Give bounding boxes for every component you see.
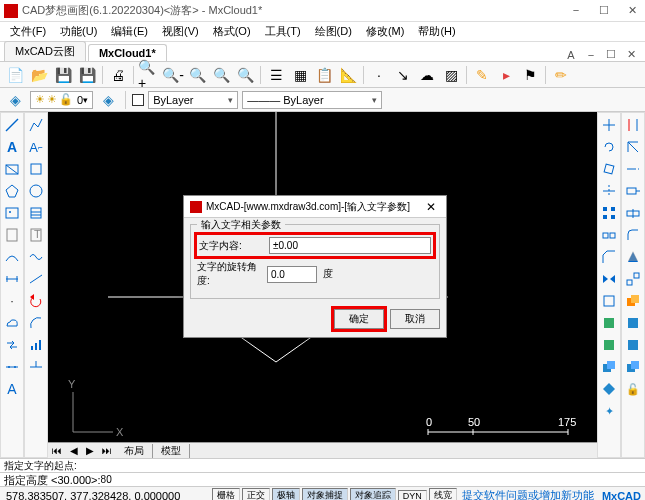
text-content-input[interactable]	[269, 237, 431, 254]
menu-tools[interactable]: 工具(T)	[259, 22, 307, 41]
stretch-icon[interactable]	[623, 181, 643, 201]
chart-icon[interactable]	[26, 335, 46, 355]
minimize-button[interactable]: −	[567, 4, 585, 17]
flag-icon[interactable]: ⚑	[519, 64, 541, 86]
layer-dropdown[interactable]: ☀☀ 🔓 0 ▾	[30, 91, 93, 109]
rotation-input[interactable]	[267, 266, 317, 283]
image-icon[interactable]	[2, 203, 22, 223]
zoom-extents-icon[interactable]: 🔍	[210, 64, 232, 86]
point-tool-icon[interactable]: ·	[2, 291, 22, 311]
chamfer-icon[interactable]	[599, 247, 619, 267]
pencil-icon[interactable]: ✏	[550, 64, 572, 86]
tab-next-icon[interactable]: ▶	[82, 445, 98, 456]
diamond-icon[interactable]	[599, 379, 619, 399]
point-icon[interactable]: ·	[368, 64, 390, 86]
divide-icon[interactable]	[2, 357, 22, 377]
extend-icon[interactable]	[26, 357, 46, 377]
hatch-icon[interactable]: ▨	[440, 64, 462, 86]
move-icon[interactable]	[599, 115, 619, 135]
otrack-toggle[interactable]: 对象追踪	[350, 488, 396, 500]
feedback-link[interactable]: 提交软件问题或增加新功能	[458, 488, 598, 500]
rect-icon[interactable]	[2, 159, 22, 179]
hatch-tool-icon[interactable]	[26, 203, 46, 223]
breakpt-icon[interactable]	[623, 203, 643, 223]
dim-aligned-icon[interactable]	[26, 269, 46, 289]
menu-help[interactable]: 帮助(H)	[412, 22, 461, 41]
dim-linear-icon[interactable]	[2, 269, 22, 289]
rotate-icon[interactable]	[599, 137, 619, 157]
save-all-icon[interactable]: 💾	[76, 64, 98, 86]
arc-icon[interactable]	[26, 313, 46, 333]
close-button[interactable]: ✕	[623, 4, 641, 17]
circle-icon[interactable]	[26, 181, 46, 201]
open-icon[interactable]: 📂	[28, 64, 50, 86]
align-icon[interactable]	[599, 291, 619, 311]
dialog-titlebar[interactable]: MxCAD-[www.mxdraw3d.com]-[输入文字参数] ✕	[184, 196, 446, 218]
text-note-icon[interactable]: T	[26, 225, 46, 245]
tab-first-icon[interactable]: ⏮	[48, 445, 66, 456]
break-icon[interactable]	[599, 225, 619, 245]
tab-prev-icon[interactable]: ◀	[66, 445, 82, 456]
layer-manager-icon[interactable]: ◈	[4, 89, 26, 111]
tab-last-icon[interactable]: ⏭	[98, 445, 116, 456]
measure-icon[interactable]: 📐	[337, 64, 359, 86]
stamp2-icon[interactable]	[599, 335, 619, 355]
ok-button[interactable]: 确定	[334, 309, 384, 329]
text-icon[interactable]: A	[2, 379, 22, 399]
swap-icon[interactable]	[2, 335, 22, 355]
star-icon[interactable]: ✦	[599, 401, 619, 421]
sheet-icon[interactable]: 📋	[313, 64, 335, 86]
text-tool-icon[interactable]: A	[561, 49, 581, 61]
cancel-button[interactable]: 取消	[390, 309, 440, 329]
save-icon[interactable]: 💾	[52, 64, 74, 86]
menu-view[interactable]: 视图(V)	[156, 22, 205, 41]
dyn-toggle[interactable]: DYN	[398, 490, 427, 501]
zoom-window-icon[interactable]: 🔍	[186, 64, 208, 86]
block2-icon[interactable]	[623, 335, 643, 355]
copy-icon[interactable]	[623, 291, 643, 311]
command-input[interactable]	[101, 473, 641, 486]
menu-edit[interactable]: 编辑(E)	[105, 22, 154, 41]
mirror-icon[interactable]	[599, 269, 619, 289]
osnap-toggle[interactable]: 对象捕捉	[302, 488, 348, 500]
min-doc-icon[interactable]: −	[581, 49, 601, 61]
lineweight-toggle[interactable]: 线宽	[429, 488, 457, 500]
layer-prev-icon[interactable]: ◈	[97, 89, 119, 111]
wave-icon[interactable]	[26, 247, 46, 267]
cloud-icon[interactable]	[2, 313, 22, 333]
zoom-in-icon[interactable]: 🔍+	[138, 64, 160, 86]
grid-icon[interactable]: ▦	[289, 64, 311, 86]
dxf-icon[interactable]	[2, 225, 22, 245]
mark-icon[interactable]: ✎	[471, 64, 493, 86]
ortho-toggle[interactable]: 正交	[242, 488, 270, 500]
dialog-close-icon[interactable]: ✕	[422, 200, 440, 214]
offset-icon[interactable]	[623, 115, 643, 135]
polygon-icon[interactable]	[2, 181, 22, 201]
color-picker[interactable]	[132, 94, 144, 106]
linetype-combo[interactable]: ByLayer	[148, 91, 238, 109]
mtext-icon[interactable]: A	[2, 137, 22, 157]
menu-file[interactable]: 文件(F)	[4, 22, 52, 41]
leader-icon[interactable]: ↘	[392, 64, 414, 86]
group-icon[interactable]	[623, 357, 643, 377]
square-icon[interactable]	[26, 159, 46, 179]
triangle-icon[interactable]	[623, 247, 643, 267]
grid-toggle[interactable]: 栅格	[212, 488, 240, 500]
scale-icon[interactable]	[623, 137, 643, 157]
max-doc-icon[interactable]: ☐	[601, 48, 621, 61]
revision-icon[interactable]: ☁	[416, 64, 438, 86]
new-icon[interactable]: 📄	[4, 64, 26, 86]
lineweight-combo[interactable]: ——— ByLayer	[242, 91, 382, 109]
fillet-icon[interactable]	[623, 225, 643, 245]
stamp1-icon[interactable]	[599, 313, 619, 333]
print-icon[interactable]: 🖨	[107, 64, 129, 86]
model-tab[interactable]: 模型	[153, 444, 190, 458]
polar-toggle[interactable]: 极轴	[272, 488, 300, 500]
line-icon[interactable]	[2, 115, 22, 135]
erase-icon[interactable]	[599, 159, 619, 179]
zoom-realtime-icon[interactable]: 🔍	[234, 64, 256, 86]
explode-icon[interactable]	[623, 269, 643, 289]
maximize-button[interactable]: ☐	[595, 4, 613, 17]
menu-format[interactable]: 格式(O)	[207, 22, 257, 41]
pline-icon[interactable]	[26, 115, 46, 135]
